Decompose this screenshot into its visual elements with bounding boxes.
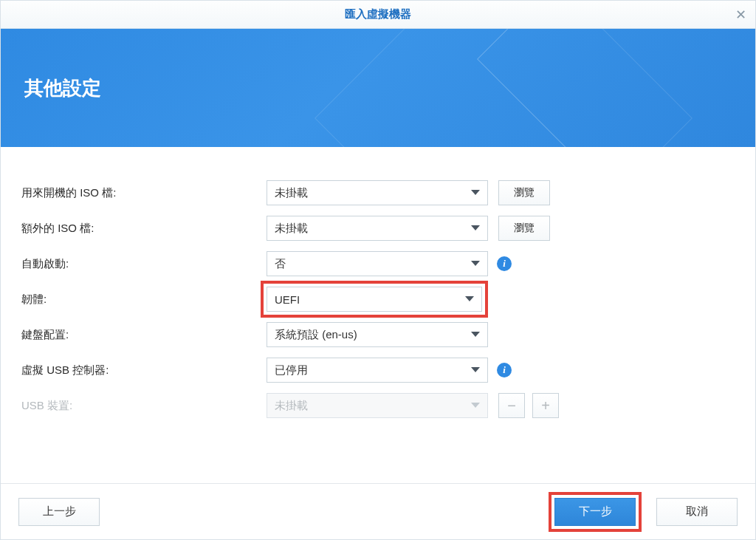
close-icon[interactable]: ✕ (735, 7, 746, 23)
banner: 其他設定 (1, 29, 755, 147)
browse-extra-iso-button[interactable]: 瀏覽 (498, 216, 550, 241)
select-usb-device: 未掛載 (267, 393, 488, 418)
select-firmware[interactable]: UEFI (267, 287, 482, 312)
svg-marker-6 (471, 403, 480, 408)
usb-device-stepper: − + (498, 393, 559, 418)
chevron-down-icon (471, 367, 480, 373)
chevron-down-icon (471, 261, 480, 267)
svg-marker-4 (471, 332, 480, 337)
row-firmware: 韌體: UEFI (21, 281, 735, 317)
back-button[interactable]: 上一步 (18, 498, 100, 526)
form-area: 用來開機的 ISO 檔: 未掛載 瀏覽 額外的 ISO 檔: 未掛載 瀏覽 自動… (1, 147, 755, 483)
select-usb-controller[interactable]: 已停用 (267, 358, 488, 383)
row-usb-controller: 虛擬 USB 控制器: 已停用 i (21, 352, 735, 388)
select-extra-iso-value: 未掛載 (275, 222, 308, 236)
remove-usb-button: − (498, 393, 525, 418)
cancel-button[interactable]: 取消 (656, 498, 738, 526)
label-extra-iso: 額外的 ISO 檔: (21, 222, 267, 236)
select-keyboard[interactable]: 系統預設 (en-us) (267, 322, 488, 347)
row-autostart: 自動啟動: 否 i (21, 246, 735, 281)
select-extra-iso[interactable]: 未掛載 (267, 216, 488, 241)
chevron-down-icon (465, 296, 474, 302)
label-autostart: 自動啟動: (21, 257, 267, 271)
select-autostart[interactable]: 否 (267, 251, 488, 276)
info-icon[interactable]: i (497, 363, 512, 377)
chevron-down-icon (471, 190, 480, 196)
row-extra-iso: 額外的 ISO 檔: 未掛載 瀏覽 (21, 211, 735, 246)
browse-boot-iso-button[interactable]: 瀏覽 (498, 180, 550, 205)
add-usb-button: + (532, 393, 559, 418)
chevron-down-icon (471, 403, 480, 409)
select-keyboard-value: 系統預設 (en-us) (275, 328, 357, 342)
chevron-down-icon (471, 225, 480, 231)
svg-marker-2 (471, 261, 480, 266)
info-icon[interactable]: i (497, 256, 512, 271)
label-keyboard: 鍵盤配置: (21, 328, 267, 342)
svg-marker-1 (471, 225, 480, 230)
import-vm-dialog: 匯入虛擬機器 ✕ 其他設定 用來開機的 ISO 檔: 未掛載 瀏覽 額外的 IS… (0, 0, 756, 540)
next-button[interactable]: 下一步 (554, 498, 636, 526)
row-usb-device: USB 裝置: 未掛載 − + (21, 388, 735, 423)
highlight-firmware: UEFI (261, 281, 488, 318)
select-usb-controller-value: 已停用 (275, 363, 308, 377)
select-boot-iso-value: 未掛載 (275, 186, 308, 200)
row-boot-iso: 用來開機的 ISO 檔: 未掛載 瀏覽 (21, 175, 735, 211)
chevron-down-icon (471, 332, 480, 338)
svg-marker-3 (465, 296, 474, 301)
label-firmware: 韌體: (21, 293, 267, 307)
label-usb-device: USB 裝置: (21, 399, 267, 413)
label-usb-controller: 虛擬 USB 控制器: (21, 363, 267, 377)
footer: 上一步 下一步 取消 (1, 483, 755, 539)
select-usb-device-value: 未掛載 (275, 399, 308, 413)
svg-marker-0 (471, 190, 480, 195)
select-autostart-value: 否 (275, 257, 286, 271)
dialog-title: 匯入虛擬機器 (345, 7, 411, 21)
select-firmware-value: UEFI (275, 293, 300, 306)
label-boot-iso: 用來開機的 ISO 檔: (21, 186, 267, 200)
row-keyboard: 鍵盤配置: 系統預設 (en-us) (21, 317, 735, 352)
titlebar: 匯入虛擬機器 ✕ (1, 1, 755, 29)
svg-marker-5 (471, 367, 480, 372)
highlight-next: 下一步 (549, 492, 642, 532)
select-boot-iso[interactable]: 未掛載 (267, 180, 488, 205)
page-title: 其他設定 (24, 75, 101, 101)
